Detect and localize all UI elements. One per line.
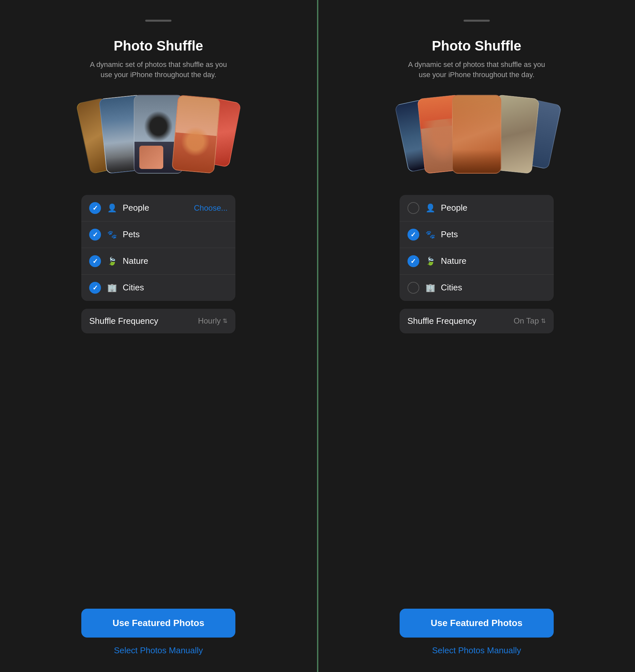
right-notch	[463, 20, 490, 22]
photo-card-4	[172, 94, 221, 173]
right-shuffle-label: Shuffle Frequency	[408, 316, 514, 326]
right-people-icon: 👤	[425, 204, 436, 213]
left-option-pets[interactable]: ✓ 🐾 Pets	[81, 222, 235, 248]
right-select-manual-button[interactable]: Select Photos Manually	[432, 646, 521, 656]
left-checkbox-cities[interactable]: ✓	[89, 282, 101, 294]
left-shuffle-card: Shuffle Frequency Hourly ⇅	[81, 309, 235, 333]
right-photo-card-3	[452, 95, 501, 173]
left-option-cities[interactable]: ✓ 🏢 Cities	[81, 275, 235, 301]
right-panel: Photo Shuffle A dynamic set of photos th…	[318, 0, 635, 672]
left-select-manual-button[interactable]: Select Photos Manually	[114, 646, 203, 656]
left-option-nature[interactable]: ✓ 🍃 Nature	[81, 248, 235, 275]
right-option-cities[interactable]: 🏢 Cities	[400, 275, 554, 301]
left-title: Photo Shuffle	[114, 38, 203, 54]
left-people-icon: 👤	[107, 204, 117, 213]
left-cities-label: Cities	[123, 282, 227, 293]
left-checkbox-nature[interactable]: ✓	[89, 255, 101, 267]
right-option-pets[interactable]: ✓ 🐾 Pets	[400, 222, 554, 248]
left-option-people[interactable]: ✓ 👤 People Choose...	[81, 195, 235, 222]
right-option-nature[interactable]: ✓ 🍃 Nature	[400, 248, 554, 275]
left-pets-label: Pets	[123, 229, 227, 239]
left-checkbox-people[interactable]: ✓	[89, 202, 101, 214]
right-pets-icon: 🐾	[425, 230, 436, 239]
left-notch	[145, 20, 172, 22]
left-nature-label: Nature	[123, 256, 227, 266]
right-shuffle-arrows-icon: ⇅	[541, 317, 546, 324]
right-title: Photo Shuffle	[432, 38, 521, 54]
right-cities-icon: 🏢	[425, 283, 436, 292]
right-cities-label: Cities	[441, 282, 546, 293]
left-pets-icon: 🐾	[107, 230, 117, 239]
right-shuffle-row[interactable]: Shuffle Frequency On Tap ⇅	[400, 309, 554, 333]
right-pets-label: Pets	[441, 229, 546, 239]
right-checkbox-people[interactable]	[408, 202, 419, 214]
left-photo-stack	[83, 93, 234, 178]
right-use-featured-button[interactable]: Use Featured Photos	[400, 609, 554, 637]
left-subtitle: A dynamic set of photos that shuffle as …	[89, 60, 227, 80]
right-checkbox-cities[interactable]	[408, 282, 419, 294]
left-shuffle-row[interactable]: Shuffle Frequency Hourly ⇅	[81, 309, 235, 333]
left-people-choose[interactable]: Choose...	[194, 204, 228, 213]
right-checkbox-nature[interactable]: ✓	[408, 255, 419, 267]
left-people-label: People	[123, 203, 194, 213]
left-shuffle-arrows-icon: ⇅	[223, 317, 227, 324]
left-shuffle-label: Shuffle Frequency	[89, 316, 198, 326]
right-shuffle-value[interactable]: On Tap ⇅	[514, 316, 546, 326]
right-shuffle-card: Shuffle Frequency On Tap ⇅	[400, 309, 554, 333]
right-options-card: 👤 People ✓ 🐾 Pets ✓ 🍃 Nature 🏢 Cities	[400, 195, 554, 301]
left-shuffle-value[interactable]: Hourly ⇅	[198, 316, 227, 326]
left-nature-icon: 🍃	[107, 257, 117, 266]
right-people-label: People	[441, 203, 546, 213]
left-panel: Photo Shuffle A dynamic set of photos th…	[0, 0, 317, 672]
left-checkbox-pets[interactable]: ✓	[89, 229, 101, 240]
right-photo-stack	[401, 93, 552, 178]
right-option-people[interactable]: 👤 People	[400, 195, 554, 222]
left-use-featured-button[interactable]: Use Featured Photos	[81, 609, 235, 637]
right-nature-icon: 🍃	[425, 257, 436, 266]
left-cities-icon: 🏢	[107, 283, 117, 292]
right-subtitle: A dynamic set of photos that shuffle as …	[408, 60, 546, 80]
right-nature-label: Nature	[441, 256, 546, 266]
right-checkbox-pets[interactable]: ✓	[408, 229, 419, 240]
left-options-card: ✓ 👤 People Choose... ✓ 🐾 Pets ✓ 🍃 Nature…	[81, 195, 235, 301]
